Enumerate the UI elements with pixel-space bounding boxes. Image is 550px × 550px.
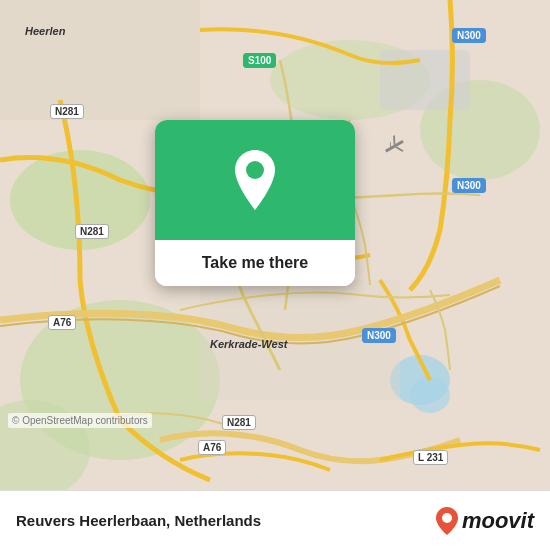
road-label-n281-top: N281: [50, 104, 84, 119]
popup-tail: [245, 285, 265, 286]
svg-point-7: [410, 377, 450, 413]
bottom-bar: Reuvers Heerlerbaan, Netherlands moovit: [0, 490, 550, 550]
road-label-a76-bot: A76: [198, 440, 226, 455]
location-info: Reuvers Heerlerbaan, Netherlands: [16, 512, 261, 529]
place-label-kerkrade: Kerkrade-West: [210, 338, 287, 350]
road-label-n281-mid: N281: [75, 224, 109, 239]
moovit-logo: moovit: [436, 507, 534, 535]
location-name: Reuvers Heerlerbaan, Netherlands: [16, 512, 261, 529]
copyright-text: © OpenStreetMap contributors: [8, 413, 152, 428]
road-label-n300-top: N300: [452, 28, 486, 43]
take-me-there-button[interactable]: Take me there: [155, 240, 355, 286]
road-label-n281-bot: N281: [222, 415, 256, 430]
road-label-a76: A76: [48, 315, 76, 330]
svg-rect-8: [380, 50, 470, 110]
moovit-pin-icon: [436, 507, 458, 535]
svg-point-11: [246, 161, 264, 179]
road-label-n300-bot: N300: [362, 328, 396, 343]
road-label-n300-mid: N300: [452, 178, 486, 193]
road-label-s100-top: S100: [243, 53, 276, 68]
popup-card: Take me there: [155, 120, 355, 286]
svg-point-12: [442, 513, 452, 523]
map-container: N281 N281 N281 N300 N300 N300 S100 S100 …: [0, 0, 550, 490]
popup-header: [155, 120, 355, 240]
svg-rect-9: [0, 0, 200, 120]
road-label-l231: L 231: [413, 450, 448, 465]
moovit-brand-text: moovit: [462, 508, 534, 534]
place-label-heerlen: Heerlen: [25, 25, 65, 37]
